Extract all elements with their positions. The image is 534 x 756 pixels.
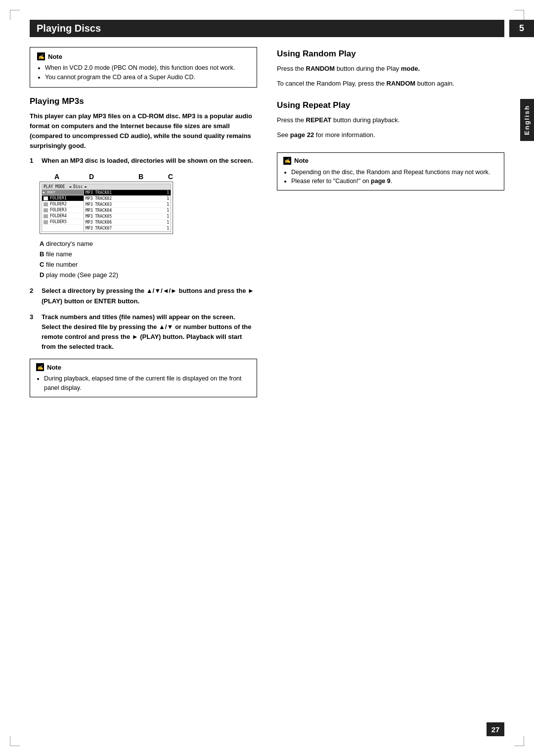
screen-diagram: A D B C PLAY MODE ◄ Disc ► [40, 173, 178, 234]
top-note-list: When in VCD 2.0 mode (PBC ON mode), this… [37, 63, 250, 82]
page-number-header: 5 [509, 20, 534, 37]
repeat-play-section: Using Repeat Play Press the REPEAT butto… [277, 100, 504, 140]
corner-mark-tr [514, 10, 524, 20]
random-play-line1: Press the RANDOM button during the Play … [277, 64, 504, 74]
corner-mark-br [514, 736, 524, 746]
note-item-1: When in VCD 2.0 mode (PBC ON mode), this… [45, 63, 250, 73]
legend-a: A directory's name [40, 239, 257, 249]
legend-c: C file number [40, 260, 257, 270]
screen-label-b: B [138, 173, 143, 181]
bottom-note-list: During playback, elapsed time of the cur… [36, 374, 251, 393]
right-note-list: Depending on the disc, the Random and Re… [283, 168, 498, 187]
bottom-left-note: ✍ Note During playback, elapsed time of … [30, 359, 257, 397]
top-note-header: ✍ Note [37, 52, 250, 60]
repeat-play-line1: Press the REPEAT button during playback. [277, 115, 504, 125]
right-note-box: ✍ Note Depending on the disc, the Random… [277, 152, 504, 191]
language-tab: English [520, 99, 534, 141]
screen-folder-panel: ▶ ROOT FOLDER1 FOLDER2 [42, 190, 84, 232]
top-note-box: ✍ Note When in VCD 2.0 mode (PBC ON mode… [30, 47, 257, 88]
screen-track-panel: MP3 TRACK011 MP3 TRACK021 MP3 TRACK031 M… [84, 190, 171, 232]
left-column: ✍ Note When in VCD 2.0 mode (PBC ON mode… [30, 47, 257, 397]
legend-b: B file name [40, 249, 257, 260]
playing-mp3s-intro: This player can play MP3 files on a CD-R… [30, 111, 257, 151]
screen-label-c: C [168, 173, 173, 181]
legend-d: D play mode (See page 22) [40, 270, 257, 281]
page-number-bottom: 27 [487, 722, 504, 736]
step-1: 1 When an MP3 disc is loaded, directorie… [30, 156, 257, 166]
page-title: Playing Discs [37, 23, 497, 34]
screen-label-a: A [54, 173, 59, 181]
corner-mark-bl [10, 736, 20, 746]
note-item-2: You cannot program the CD area of a Supe… [45, 73, 250, 82]
corner-mark-tl [10, 10, 20, 20]
right-note-icon: ✍ [283, 157, 291, 165]
playing-mp3s-title: Playing MP3s [30, 96, 257, 106]
screen-play-mode: PLAY MODE [44, 185, 65, 189]
screen-label-d: D [89, 173, 94, 181]
repeat-play-line2: See page 22 for more information. [277, 130, 504, 140]
bottom-note-icon: ✍ [36, 363, 44, 371]
step-2: 2 Select a directory by pressing the ▲/▼… [30, 286, 257, 306]
note-icon: ✍ [37, 52, 45, 60]
random-play-title: Using Random Play [277, 49, 504, 59]
right-note-item-1: Depending on the disc, the Random and Re… [291, 168, 498, 177]
step-3: 3 Track numbers and titles (file names) … [30, 312, 257, 352]
repeat-play-title: Using Repeat Play [277, 100, 504, 110]
random-play-section: Using Random Play Press the RANDOM butto… [277, 49, 504, 89]
bottom-note-item-1: During playback, elapsed time of the cur… [44, 374, 251, 393]
screen-disc: Disc [73, 185, 83, 189]
right-note-item-2: Please refer to "Caution!" on page 9. [291, 177, 498, 186]
screen-legend: A directory's name B file name C file nu… [40, 239, 257, 280]
screen-frame: PLAY MODE ◄ Disc ► ▶ ROOT [40, 182, 173, 234]
right-column: Using Random Play Press the RANDOM butto… [277, 47, 504, 397]
header-bar: Playing Discs 5 [30, 20, 504, 37]
random-play-line2: To cancel the Random Play, press the RAN… [277, 79, 504, 89]
